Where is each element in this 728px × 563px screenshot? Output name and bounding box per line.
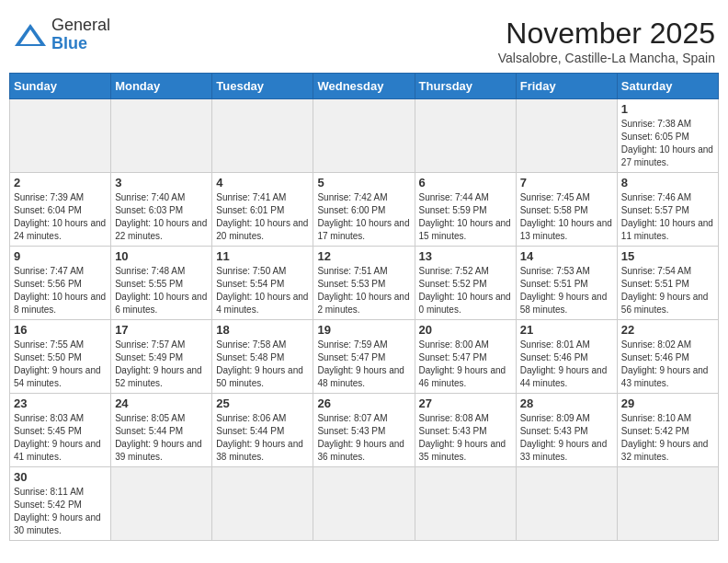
day-number: 12: [317, 249, 410, 263]
calendar-cell: 23Sunrise: 8:03 AMSunset: 5:45 PMDayligh…: [10, 394, 111, 467]
calendar-header-row: SundayMondayTuesdayWednesdayThursdayFrid…: [10, 74, 719, 99]
day-number: 9: [14, 249, 107, 263]
location-subtitle: Valsalobre, Castille-La Mancha, Spain: [498, 51, 715, 65]
calendar-cell: [415, 99, 516, 173]
day-number: 7: [520, 176, 613, 190]
calendar-cell: 1Sunrise: 7:38 AMSunset: 6:05 PMDaylight…: [617, 99, 718, 173]
calendar-cell: 19Sunrise: 7:59 AMSunset: 5:47 PMDayligh…: [313, 320, 415, 394]
day-info: Sunrise: 8:02 AMSunset: 5:46 PMDaylight:…: [621, 339, 714, 390]
column-header-tuesday: Tuesday: [212, 74, 313, 99]
calendar-cell: 12Sunrise: 7:51 AMSunset: 5:53 PMDayligh…: [313, 247, 415, 320]
day-info: Sunrise: 8:08 AMSunset: 5:43 PMDaylight:…: [419, 412, 512, 464]
column-header-friday: Friday: [516, 74, 617, 99]
day-number: 1: [621, 102, 714, 116]
calendar-week-row: 1Sunrise: 7:38 AMSunset: 6:05 PMDaylight…: [10, 99, 719, 173]
calendar-cell: 8Sunrise: 7:46 AMSunset: 5:57 PMDaylight…: [617, 173, 718, 247]
logo-text: General Blue: [51, 17, 110, 53]
calendar-week-row: 30Sunrise: 8:11 AMSunset: 5:42 PMDayligh…: [10, 467, 719, 541]
calendar-cell: 24Sunrise: 8:05 AMSunset: 5:44 PMDayligh…: [111, 394, 212, 467]
calendar-cell: 21Sunrise: 8:01 AMSunset: 5:46 PMDayligh…: [516, 320, 617, 394]
calendar-week-row: 9Sunrise: 7:47 AMSunset: 5:56 PMDaylight…: [10, 247, 719, 320]
calendar-cell: 29Sunrise: 8:10 AMSunset: 5:42 PMDayligh…: [617, 394, 718, 467]
day-number: 13: [419, 249, 512, 263]
column-header-saturday: Saturday: [617, 74, 718, 99]
day-info: Sunrise: 8:05 AMSunset: 5:44 PMDaylight:…: [115, 412, 208, 464]
day-info: Sunrise: 7:47 AMSunset: 5:56 PMDaylight:…: [14, 265, 107, 316]
day-info: Sunrise: 8:07 AMSunset: 5:43 PMDaylight:…: [317, 412, 410, 464]
calendar-cell: [111, 99, 212, 173]
day-number: 5: [317, 176, 410, 190]
day-info: Sunrise: 7:40 AMSunset: 6:03 PMDaylight:…: [115, 191, 208, 243]
day-number: 24: [115, 396, 208, 410]
day-info: Sunrise: 7:46 AMSunset: 5:57 PMDaylight:…: [621, 191, 714, 243]
day-info: Sunrise: 8:06 AMSunset: 5:44 PMDaylight:…: [216, 412, 309, 464]
day-number: 14: [520, 249, 613, 263]
day-info: Sunrise: 7:55 AMSunset: 5:50 PMDaylight:…: [14, 339, 107, 390]
day-info: Sunrise: 7:59 AMSunset: 5:47 PMDaylight:…: [317, 339, 410, 390]
day-info: Sunrise: 7:42 AMSunset: 6:00 PMDaylight:…: [317, 191, 410, 243]
calendar-cell: [313, 99, 415, 173]
day-number: 3: [115, 176, 208, 190]
day-info: Sunrise: 7:53 AMSunset: 5:51 PMDaylight:…: [520, 265, 613, 316]
day-number: 25: [216, 396, 309, 410]
calendar-week-row: 16Sunrise: 7:55 AMSunset: 5:50 PMDayligh…: [10, 320, 719, 394]
day-info: Sunrise: 8:11 AMSunset: 5:42 PMDaylight:…: [14, 486, 107, 537]
day-info: Sunrise: 7:44 AMSunset: 5:59 PMDaylight:…: [419, 191, 512, 243]
day-info: Sunrise: 7:45 AMSunset: 5:58 PMDaylight:…: [520, 191, 613, 243]
calendar-cell: 11Sunrise: 7:50 AMSunset: 5:54 PMDayligh…: [212, 247, 313, 320]
day-number: 27: [419, 396, 512, 410]
calendar-cell: 9Sunrise: 7:47 AMSunset: 5:56 PMDaylight…: [10, 247, 111, 320]
day-number: 15: [621, 249, 714, 263]
day-number: 29: [621, 396, 714, 410]
day-info: Sunrise: 8:00 AMSunset: 5:47 PMDaylight:…: [419, 339, 512, 390]
calendar-cell: 5Sunrise: 7:42 AMSunset: 6:00 PMDaylight…: [313, 173, 415, 247]
day-number: 10: [115, 249, 208, 263]
day-number: 20: [419, 323, 512, 337]
day-number: 19: [317, 323, 410, 337]
logo: General Blue: [13, 17, 110, 53]
day-info: Sunrise: 8:03 AMSunset: 5:45 PMDaylight:…: [14, 412, 107, 464]
calendar-cell: [10, 99, 111, 173]
calendar-table: SundayMondayTuesdayWednesdayThursdayFrid…: [9, 73, 719, 541]
column-header-thursday: Thursday: [415, 74, 516, 99]
day-number: 6: [419, 176, 512, 190]
calendar-cell: 26Sunrise: 8:07 AMSunset: 5:43 PMDayligh…: [313, 394, 415, 467]
calendar-cell: 25Sunrise: 8:06 AMSunset: 5:44 PMDayligh…: [212, 394, 313, 467]
title-block: November 2025 Valsalobre, Castille-La Ma…: [498, 17, 715, 65]
page-header: General Blue November 2025 Valsalobre, C…: [9, 9, 719, 69]
calendar-cell: 20Sunrise: 8:00 AMSunset: 5:47 PMDayligh…: [415, 320, 516, 394]
day-info: Sunrise: 7:41 AMSunset: 6:01 PMDaylight:…: [216, 191, 309, 243]
day-info: Sunrise: 7:51 AMSunset: 5:53 PMDaylight:…: [317, 265, 410, 316]
day-number: 2: [14, 176, 107, 190]
calendar-cell: [516, 99, 617, 173]
day-number: 4: [216, 176, 309, 190]
calendar-cell: [212, 99, 313, 173]
calendar-cell: 6Sunrise: 7:44 AMSunset: 5:59 PMDaylight…: [415, 173, 516, 247]
day-info: Sunrise: 7:39 AMSunset: 6:04 PMDaylight:…: [14, 191, 107, 243]
calendar-cell: 22Sunrise: 8:02 AMSunset: 5:46 PMDayligh…: [617, 320, 718, 394]
calendar-week-row: 2Sunrise: 7:39 AMSunset: 6:04 PMDaylight…: [10, 173, 719, 247]
calendar-cell: [617, 467, 718, 541]
column-header-sunday: Sunday: [10, 74, 111, 99]
day-number: 16: [14, 323, 107, 337]
calendar-cell: [111, 467, 212, 541]
calendar-cell: 27Sunrise: 8:08 AMSunset: 5:43 PMDayligh…: [415, 394, 516, 467]
day-number: 26: [317, 396, 410, 410]
day-number: 8: [621, 176, 714, 190]
calendar-cell: [516, 467, 617, 541]
day-number: 11: [216, 249, 309, 263]
calendar-cell: 14Sunrise: 7:53 AMSunset: 5:51 PMDayligh…: [516, 247, 617, 320]
day-number: 18: [216, 323, 309, 337]
day-number: 28: [520, 396, 613, 410]
calendar-cell: 10Sunrise: 7:48 AMSunset: 5:55 PMDayligh…: [111, 247, 212, 320]
calendar-cell: 17Sunrise: 7:57 AMSunset: 5:49 PMDayligh…: [111, 320, 212, 394]
day-info: Sunrise: 7:50 AMSunset: 5:54 PMDaylight:…: [216, 265, 309, 316]
day-info: Sunrise: 7:58 AMSunset: 5:48 PMDaylight:…: [216, 339, 309, 390]
calendar-cell: [212, 467, 313, 541]
calendar-cell: 13Sunrise: 7:52 AMSunset: 5:52 PMDayligh…: [415, 247, 516, 320]
calendar-cell: 3Sunrise: 7:40 AMSunset: 6:03 PMDaylight…: [111, 173, 212, 247]
day-info: Sunrise: 8:01 AMSunset: 5:46 PMDaylight:…: [520, 339, 613, 390]
logo-icon: [13, 22, 48, 48]
calendar-cell: [415, 467, 516, 541]
month-title: November 2025: [498, 17, 715, 51]
